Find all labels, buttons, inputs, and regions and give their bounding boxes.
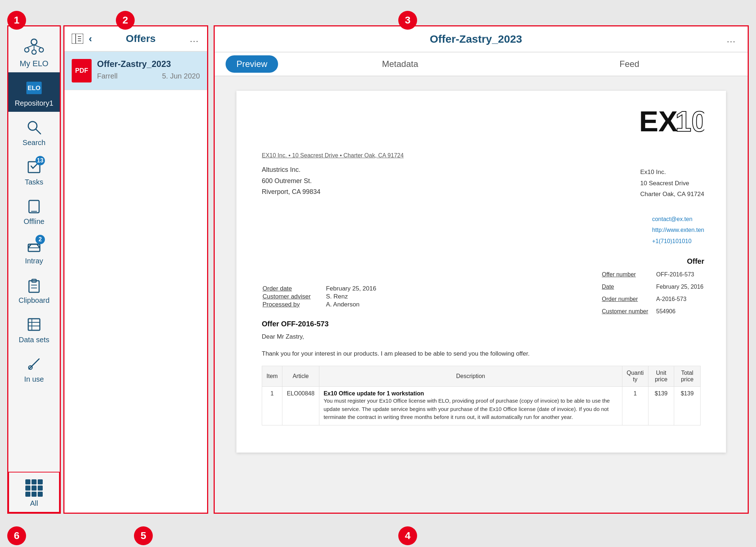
offer-info: Offer-Zastry_2023 Farrell 5. Jun 2020: [97, 59, 200, 80]
badge-5: 5: [134, 526, 153, 545]
offer-customer-num-label: Customer number: [602, 306, 655, 317]
clipboard-icon: [25, 276, 43, 294]
back-button[interactable]: ‹: [89, 33, 92, 44]
offer-customer-num-value: 554906: [656, 306, 704, 317]
right-panel-title: Offer-Zastry_2023: [226, 33, 726, 45]
svg-text:EX: EX: [639, 105, 678, 137]
sidebar-item-label-datasets: Data sets: [19, 336, 49, 344]
salutation: Dear Mr Zastry,: [262, 332, 701, 342]
offer-number-label: Offer number: [602, 269, 655, 280]
datasets-icon: [25, 315, 43, 334]
svg-line-10: [36, 129, 41, 134]
offer-subject: Offer OFF-2016-573: [262, 320, 701, 328]
col-total-price: Total price: [674, 366, 701, 387]
sidebar-item-inuse[interactable]: In use: [8, 348, 60, 388]
sidebar-item-all[interactable]: All: [8, 472, 60, 513]
row-unit-price: $139: [648, 387, 674, 425]
middle-more-button[interactable]: …: [189, 33, 200, 44]
intray-badge: 2: [35, 235, 45, 244]
sidebar-item-label-intray: Intray: [25, 257, 43, 265]
to-street: 600 Outremer St.: [262, 175, 701, 187]
contact-web: http://www.exten.ten: [652, 225, 704, 236]
processed-by-label: Processed by: [262, 301, 325, 308]
inuse-icon: [25, 355, 43, 373]
svg-text:ELO: ELO: [28, 84, 41, 92]
offline-icon: [25, 197, 43, 215]
right-panel: Offer-Zastry_2023 … Preview Metadata Fee…: [214, 25, 749, 514]
offer-date: 5. Jun 2020: [162, 72, 200, 80]
row-desc-body: You must register your Ex10 Office licen…: [324, 398, 610, 420]
from-company: Ex10 Inc.: [640, 167, 704, 178]
document-body: Offer OFF-2016-573 Dear Mr Zastry, Thank…: [262, 320, 701, 425]
sidebar-item-intray[interactable]: 2 Intray: [8, 230, 60, 270]
tasks-badge: 13: [35, 156, 45, 165]
contact-info: contact@ex.ten http://www.exten.ten +1(7…: [652, 214, 704, 247]
tab-feed[interactable]: Feed: [515, 53, 744, 75]
sidebar-item-datasets[interactable]: Data sets: [8, 309, 60, 348]
col-quantity: Quantity: [622, 366, 648, 387]
all-icon: [25, 479, 43, 497]
from-street: 10 Seacrest Drive: [640, 178, 704, 189]
middle-panel-title: Offers: [97, 33, 184, 44]
row-quantity: 1: [622, 387, 648, 425]
col-description: Description: [319, 366, 622, 387]
tab-preview[interactable]: Preview: [226, 55, 278, 73]
sidebar-item-offline[interactable]: Offline: [8, 191, 60, 230]
items-table: Item Article Description Quantity Unit p…: [262, 366, 701, 425]
offer-author: Farrell: [97, 72, 118, 80]
svg-rect-12: [29, 200, 39, 213]
sidebar-item-tasks[interactable]: 13 Tasks: [8, 151, 60, 191]
middle-header: ‹ Offers …: [64, 26, 207, 52]
order-date-value: February 25, 2016: [326, 285, 376, 292]
sidebar: My ELO ELO Repository1 Search 13: [7, 25, 61, 514]
sidebar-item-repository1[interactable]: ELO Repository1: [8, 72, 60, 112]
customer-advisor-value: S. Renz: [326, 293, 376, 300]
svg-rect-20: [28, 319, 40, 330]
document-preview: EX 10 EX10 Inc. • 10 Seacrest Drive • Ch…: [215, 76, 748, 513]
row-item: 1: [262, 387, 282, 425]
from-city: Charter Oak, CA 91724: [640, 189, 704, 200]
contact-email: contact@ex.ten: [652, 214, 704, 225]
my-elo-label: My ELO: [20, 59, 48, 68]
row-total-price: $139: [674, 387, 701, 425]
sidebar-item-label-offline: Offline: [24, 217, 44, 226]
customer-advisor-label: Customer adviser: [262, 293, 325, 300]
middle-panel: ‹ Offers … PDF Offer-Zastry_2023 Farrell…: [63, 25, 208, 514]
intray-icon: 2: [25, 237, 43, 255]
offer-order-num-label: Order number: [602, 293, 655, 305]
sidebar-item-label-search: Search: [22, 139, 45, 147]
offer-heading: Offer: [687, 257, 704, 266]
col-item: Item: [262, 366, 282, 387]
badge-4: 4: [398, 526, 417, 545]
svg-point-0: [31, 39, 37, 45]
intro-text: Thank you for your interest in our produ…: [262, 349, 701, 359]
offer-date-label: Date: [602, 281, 655, 293]
right-more-button[interactable]: …: [726, 34, 737, 45]
company-logo: EX 10: [639, 105, 704, 138]
my-elo-icon: [21, 32, 47, 57]
row-article: ELO00848: [282, 387, 319, 425]
document-page: EX 10 EX10 Inc. • 10 Seacrest Drive • Ch…: [236, 91, 726, 453]
offer-name: Offer-Zastry_2023: [97, 59, 200, 69]
sidebar-item-label-inuse: In use: [24, 375, 44, 383]
right-header: Offer-Zastry_2023 …: [215, 26, 748, 52]
sidebar-item-label-repository1: Repository1: [15, 99, 54, 107]
sidebar-item-search[interactable]: Search: [8, 112, 60, 151]
row-desc-title: Ex10 Office update for 1 workstation: [324, 390, 618, 397]
svg-point-2: [39, 48, 43, 52]
table-row: 1 ELO00848 Ex10 Office update for 1 work…: [262, 387, 701, 425]
tab-metadata[interactable]: Metadata: [285, 53, 514, 75]
badge-6: 6: [7, 526, 26, 545]
my-elo-section[interactable]: My ELO: [8, 26, 60, 72]
offer-meta: Farrell 5. Jun 2020: [97, 72, 200, 80]
col-article: Article: [282, 366, 319, 387]
repository-icon: ELO: [25, 79, 43, 97]
offer-details: Offer number OFF-2016-573 Date February …: [601, 268, 704, 318]
row-description: Ex10 Office update for 1 workstation You…: [319, 387, 622, 425]
svg-line-4: [27, 45, 34, 48]
sidebar-toggle-icon[interactable]: [72, 34, 83, 44]
tasks-icon: 13: [25, 158, 43, 176]
offer-list-item[interactable]: PDF Offer-Zastry_2023 Farrell 5. Jun 202…: [64, 52, 207, 90]
sidebar-item-clipboard[interactable]: Clipboard: [8, 270, 60, 309]
sidebar-item-label-clipboard: Clipboard: [18, 296, 50, 305]
